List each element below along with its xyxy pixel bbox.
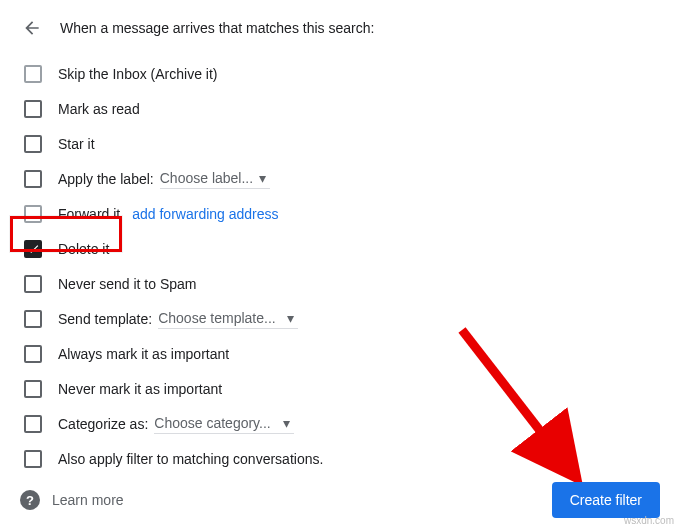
always-important-checkbox[interactable] [24, 345, 42, 363]
label-dropdown[interactable]: Choose label... ▾ [160, 168, 270, 189]
always-important-label: Always mark it as important [58, 346, 229, 362]
apply-matching-checkbox[interactable] [24, 450, 42, 468]
filter-options: Skip the Inbox (Archive it) Mark as read… [20, 56, 660, 476]
learn-more-link[interactable]: ? Learn more [20, 490, 124, 510]
never-spam-checkbox[interactable] [24, 275, 42, 293]
apply-matching-label: Also apply filter to matching conversati… [58, 451, 323, 467]
caret-down-icon: ▾ [287, 310, 294, 326]
forward-label: Forward it [58, 206, 120, 222]
send-template-checkbox[interactable] [24, 310, 42, 328]
star-label: Star it [58, 136, 95, 152]
forward-checkbox[interactable] [24, 205, 42, 223]
back-button[interactable] [20, 16, 44, 40]
caret-down-icon: ▾ [283, 415, 290, 431]
apply-label-checkbox[interactable] [24, 170, 42, 188]
delete-checkbox[interactable] [24, 240, 42, 258]
send-template-label: Send template: [58, 311, 152, 327]
create-filter-button[interactable]: Create filter [552, 482, 660, 518]
add-forwarding-link[interactable]: add forwarding address [132, 206, 278, 222]
skip-inbox-checkbox[interactable] [24, 65, 42, 83]
skip-inbox-label: Skip the Inbox (Archive it) [58, 66, 218, 82]
learn-more-label: Learn more [52, 492, 124, 508]
never-important-label: Never mark it as important [58, 381, 222, 397]
categorize-label: Categorize as: [58, 416, 148, 432]
star-checkbox[interactable] [24, 135, 42, 153]
mark-read-label: Mark as read [58, 101, 140, 117]
never-spam-label: Never send it to Spam [58, 276, 197, 292]
category-dropdown[interactable]: Choose category... ▾ [154, 413, 294, 434]
apply-label-label: Apply the label: [58, 171, 154, 187]
help-icon: ? [20, 490, 40, 510]
label-dropdown-text: Choose label... [160, 170, 253, 186]
mark-read-checkbox[interactable] [24, 100, 42, 118]
watermark: wsxdn.com [624, 515, 674, 526]
delete-label: Delete it [58, 241, 109, 257]
template-dropdown[interactable]: Choose template... ▾ [158, 308, 298, 329]
never-important-checkbox[interactable] [24, 380, 42, 398]
dialog-title: When a message arrives that matches this… [60, 20, 374, 36]
categorize-checkbox[interactable] [24, 415, 42, 433]
caret-down-icon: ▾ [259, 170, 266, 186]
category-dropdown-text: Choose category... [154, 415, 270, 431]
template-dropdown-text: Choose template... [158, 310, 276, 326]
